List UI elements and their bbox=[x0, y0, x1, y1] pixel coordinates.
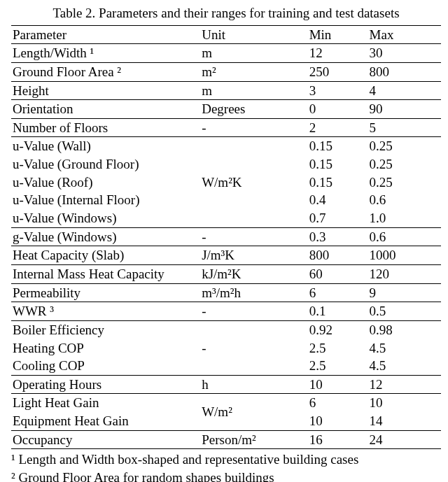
table-row: Height m 3 4 bbox=[11, 81, 441, 100]
cell-min: 0 bbox=[308, 100, 368, 119]
page: Table 2. Parameters and their ranges for… bbox=[0, 0, 448, 482]
cell-parameter: Equipment Heat Gain bbox=[11, 412, 200, 430]
cell-unit: m² bbox=[200, 62, 308, 81]
table-row: u-Value (Wall) W/m²K 0.15 0.25 bbox=[11, 137, 441, 155]
cell-min: 60 bbox=[308, 264, 368, 283]
header-parameter: Parameter bbox=[11, 25, 200, 44]
cell-max: 800 bbox=[368, 62, 441, 81]
cell-max: 10 bbox=[368, 394, 441, 412]
cell-max: 0.25 bbox=[368, 155, 441, 173]
cell-max: 0.98 bbox=[368, 320, 441, 339]
cell-parameter: u-Value (Roof) bbox=[11, 173, 200, 192]
footnote-2: ² Ground Floor Area for random shapes bu… bbox=[11, 469, 441, 482]
cell-max: 14 bbox=[368, 412, 441, 430]
header-min: Min bbox=[308, 25, 368, 44]
cell-parameter: Operating Hours bbox=[11, 375, 200, 394]
cell-min: 2 bbox=[308, 118, 368, 137]
cell-unit: kJ/m²K bbox=[200, 264, 308, 283]
footnotes: ¹ Length and Width box-shaped and repres… bbox=[11, 451, 441, 482]
cell-parameter: Internal Mass Heat Capacity bbox=[11, 264, 200, 283]
cell-unit: Person/m² bbox=[200, 430, 308, 449]
cell-parameter: Boiler Efficiency bbox=[11, 320, 200, 339]
cell-max: 0.5 bbox=[368, 302, 441, 321]
header-unit: Unit bbox=[200, 25, 308, 44]
table-row: Boiler Efficiency - 0.92 0.98 bbox=[11, 320, 441, 339]
table-row: Number of Floors - 2 5 bbox=[11, 118, 441, 137]
cell-min: 12 bbox=[308, 44, 368, 63]
cell-max: 12 bbox=[368, 375, 441, 394]
cell-parameter: Cooling COP bbox=[11, 357, 200, 375]
cell-unit: - bbox=[200, 118, 308, 137]
cell-min: 0.4 bbox=[308, 191, 368, 209]
cell-max: 4.5 bbox=[368, 357, 441, 375]
cell-min: 16 bbox=[308, 430, 368, 449]
cell-max: 0.25 bbox=[368, 137, 441, 155]
cell-unit: W/m² bbox=[200, 394, 308, 430]
cell-parameter: u-Value (Wall) bbox=[11, 137, 200, 155]
cell-max: 30 bbox=[368, 44, 441, 63]
table-caption: Table 2. Parameters and their ranges for… bbox=[11, 4, 441, 22]
cell-parameter: u-Value (Internal Floor) bbox=[11, 191, 200, 209]
cell-parameter: WWR ³ bbox=[11, 302, 200, 321]
cell-max: 1000 bbox=[368, 246, 441, 265]
footnote-1: ¹ Length and Width box-shaped and repres… bbox=[11, 451, 441, 469]
cell-min: 6 bbox=[308, 283, 368, 302]
table-row: Internal Mass Heat Capacity kJ/m²K 60 12… bbox=[11, 264, 441, 283]
cell-min: 0.3 bbox=[308, 227, 368, 246]
table-row: Light Heat Gain W/m² 6 10 bbox=[11, 394, 441, 412]
cell-parameter: Height bbox=[11, 81, 200, 100]
table-row: g-Value (Windows) - 0.3 0.6 bbox=[11, 227, 441, 246]
cell-unit: W/m²K bbox=[200, 137, 308, 227]
cell-min: 10 bbox=[308, 375, 368, 394]
cell-min: 10 bbox=[308, 412, 368, 430]
cell-max: 5 bbox=[368, 118, 441, 137]
table-row: Operating Hours h 10 12 bbox=[11, 375, 441, 394]
cell-min: 0.15 bbox=[308, 137, 368, 155]
cell-parameter: u-Value (Windows) bbox=[11, 209, 200, 227]
cell-min: 3 bbox=[308, 81, 368, 100]
table-row: Orientation Degrees 0 90 bbox=[11, 100, 441, 119]
cell-unit: m bbox=[200, 81, 308, 100]
cell-min: 0.1 bbox=[308, 302, 368, 321]
cell-max: 4.5 bbox=[368, 339, 441, 357]
cell-min: 2.5 bbox=[308, 339, 368, 357]
table-row: Occupancy Person/m² 16 24 bbox=[11, 430, 441, 449]
cell-unit: - bbox=[200, 227, 308, 246]
cell-parameter: Orientation bbox=[11, 100, 200, 119]
cell-max: 120 bbox=[368, 264, 441, 283]
cell-parameter: Number of Floors bbox=[11, 118, 200, 137]
table-row: Length/Width ¹ m 12 30 bbox=[11, 44, 441, 63]
cell-max: 90 bbox=[368, 100, 441, 119]
cell-parameter: u-Value (Ground Floor) bbox=[11, 155, 200, 173]
cell-min: 250 bbox=[308, 62, 368, 81]
cell-parameter: Heat Capacity (Slab) bbox=[11, 246, 200, 265]
cell-min: 0.15 bbox=[308, 155, 368, 173]
cell-parameter: Light Heat Gain bbox=[11, 394, 200, 412]
header-max: Max bbox=[368, 25, 441, 44]
cell-unit: - bbox=[200, 302, 308, 321]
cell-unit: m bbox=[200, 44, 308, 63]
cell-min: 0.15 bbox=[308, 173, 368, 192]
cell-unit: Degrees bbox=[200, 100, 308, 119]
cell-parameter: Ground Floor Area ² bbox=[11, 62, 200, 81]
cell-min: 0.7 bbox=[308, 209, 368, 227]
cell-unit: J/m³K bbox=[200, 246, 308, 265]
table-row: Permeability m³/m²h 6 9 bbox=[11, 283, 441, 302]
cell-max: 0.25 bbox=[368, 173, 441, 192]
cell-parameter: Permeability bbox=[11, 283, 200, 302]
cell-unit: - bbox=[200, 320, 308, 375]
table-header-row: Parameter Unit Min Max bbox=[11, 25, 441, 44]
table-row: Heat Capacity (Slab) J/m³K 800 1000 bbox=[11, 246, 441, 265]
cell-min: 0.92 bbox=[308, 320, 368, 339]
cell-max: 24 bbox=[368, 430, 441, 449]
parameters-table: Parameter Unit Min Max Length/Width ¹ m … bbox=[11, 25, 441, 450]
cell-min: 6 bbox=[308, 394, 368, 412]
table-row: Ground Floor Area ² m² 250 800 bbox=[11, 62, 441, 81]
cell-max: 0.6 bbox=[368, 191, 441, 209]
cell-max: 4 bbox=[368, 81, 441, 100]
cell-parameter: Heating COP bbox=[11, 339, 200, 357]
cell-max: 0.6 bbox=[368, 227, 441, 246]
cell-max: 1.0 bbox=[368, 209, 441, 227]
cell-unit: m³/m²h bbox=[200, 283, 308, 302]
cell-max: 9 bbox=[368, 283, 441, 302]
